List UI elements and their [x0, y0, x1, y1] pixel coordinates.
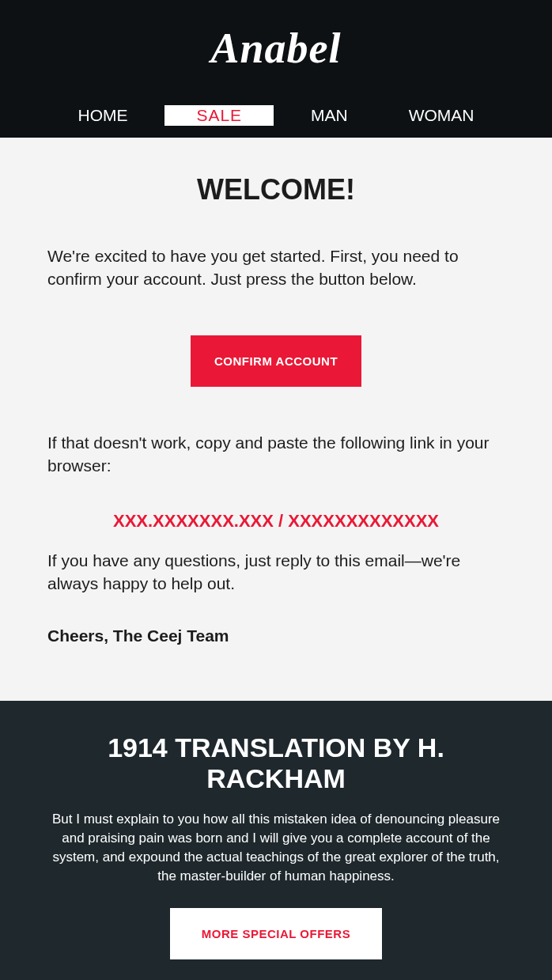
brand-logo: Anabel	[0, 16, 552, 104]
fallback-intro-text: If that doesn't work, copy and paste the…	[47, 431, 505, 478]
promo-section: 1914 TRANSLATION BY H. RACKHAM But I mus…	[0, 701, 552, 980]
main-content: WELCOME! We're excited to have you get s…	[0, 138, 552, 701]
intro-text: We're excited to have you get started. F…	[47, 244, 505, 291]
signoff-text: Cheers, The Ceej Team	[47, 626, 505, 645]
promo-title: 1914 TRANSLATION BY H. RACKHAM	[43, 732, 509, 794]
nav-woman[interactable]: WOMAN	[385, 104, 498, 127]
header: Anabel HOME SALE MAN WOMAN	[0, 0, 552, 138]
nav-sale[interactable]: SALE	[164, 105, 274, 126]
help-text: If you have any questions, just reply to…	[47, 549, 505, 596]
page-title: WELCOME!	[47, 173, 505, 206]
confirm-button-wrap: CONFIRM ACCOUNT	[47, 335, 505, 387]
promo-body: But I must explain to you how all this m…	[43, 810, 509, 885]
more-offers-button[interactable]: MORE SPECIAL OFFERS	[170, 908, 382, 959]
nav-bar: HOME SALE MAN WOMAN	[0, 104, 552, 138]
fallback-link[interactable]: XXX.XXXXXXX.XXX / XXXXXXXXXXXXX	[47, 511, 505, 532]
nav-home[interactable]: HOME	[54, 104, 151, 127]
confirm-account-button[interactable]: CONFIRM ACCOUNT	[191, 335, 361, 387]
nav-man[interactable]: MAN	[287, 104, 372, 127]
